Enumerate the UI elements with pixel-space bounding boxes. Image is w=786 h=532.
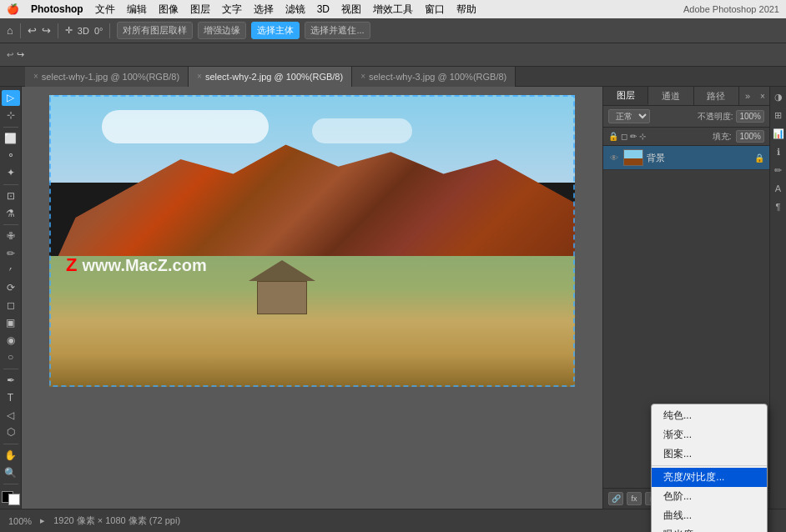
histogram-icon[interactable]: 📊 [772,127,785,140]
tool-sep-1 [3,127,18,128]
tool-stamp[interactable]: ⎖ [2,263,20,279]
paragraph-icon[interactable]: ¶ [772,200,785,213]
tool-options-icon1[interactable]: ↩ [28,24,37,37]
fill-value[interactable]: 100% [736,130,764,143]
brush-preset-icon[interactable]: ✏ [772,163,785,177]
tab-file-3[interactable]: × select-why-3.jpg @ 100%(RGB/8) [352,67,516,87]
sample-all-layers-btn[interactable]: 对所有图层取样 [117,22,193,39]
menu-pattern[interactable]: 图案... [652,444,767,464]
menu-solid-color[interactable]: 纯色... [652,406,767,425]
menu-view[interactable]: 视图 [341,3,361,17]
tool-eraser[interactable]: ◻ [2,298,20,314]
background-color[interactable] [8,494,20,505]
panel-close-btn[interactable]: × [756,87,769,105]
menu-brightness-contrast[interactable]: 亮度/对比度... [652,468,767,487]
menu-3d[interactable]: 3D [317,3,330,15]
menu-help[interactable]: 帮助 [456,3,476,17]
tool-gradient[interactable]: ▣ [2,315,20,331]
tool-eyedrop[interactable]: ⚗ [2,205,20,221]
options-bar: ⌂ ↩ ↪ ✛ 3D 0° 对所有图层取样 增强边缘 选择主体 选择并遮住... [0,18,786,43]
tool-lasso[interactable]: ⚬ [2,148,20,163]
adjustment-icon[interactable]: ⊞ [772,108,785,122]
enhance-edge-btn[interactable]: 增强边缘 [198,22,246,39]
color-panel-icon[interactable]: ◑ [772,90,785,103]
lock-brush-icon[interactable]: ✏ [630,132,637,141]
menu-text[interactable]: 文字 [222,3,242,17]
tool-magic[interactable]: ✦ [2,165,20,181]
menu-plugins[interactable]: 增效工具 [373,3,413,17]
tool-zoom[interactable]: 🔍 [2,464,20,480]
character-icon[interactable]: A [772,182,785,195]
canvas-image: Z www.MacZ.com [49,95,575,387]
lock-icons: 🔒 ◻ ✏ ⊹ [608,132,646,141]
separator-2 [58,23,58,38]
tool-move[interactable]: ⊹ [2,108,20,123]
tool-fg-bg[interactable] [2,491,20,505]
layer-visibility-icon[interactable]: 👁 [608,152,620,163]
tab-close-1[interactable]: × [33,72,38,81]
lock-position-icon[interactable]: ⊹ [639,132,646,141]
tool-pen[interactable]: ✒ [2,373,20,389]
app-name[interactable]: Photoshop [31,3,83,15]
clouds-1 [102,110,269,143]
menu-edit[interactable]: 编辑 [127,3,147,17]
tab-file-1[interactable]: × select-why-1.jpg @ 100%(RGB/8) [25,67,189,87]
layer-fx-btn[interactable]: fx [627,492,642,505]
canvas-scroll[interactable]: Z www.MacZ.com [22,87,602,509]
canvas-document: Z www.MacZ.com [49,95,575,387]
home-icon[interactable]: ⌂ [7,24,13,37]
tab-label-1: select-why-1.jpg @ 100%(RGB/8) [42,72,179,82]
tool-brush[interactable]: ✏ [2,246,20,262]
menu-filter[interactable]: 滤镜 [285,3,305,17]
tool-marquee[interactable]: ⬜ [2,130,20,146]
menu-levels[interactable]: 色阶... [652,487,767,506]
watermark: Z www.MacZ.com [66,254,207,276]
zoom-level[interactable]: 100% [8,516,32,526]
toolbar-hint: ↩ [7,50,13,59]
layer-link-btn[interactable]: 🔗 [608,492,623,505]
tab-paths[interactable]: 路径 [694,87,739,105]
layer-row-background[interactable]: 👁 背景 🔒 [603,146,769,170]
tool-options-icon2[interactable]: ↪ [42,24,51,37]
fill-label: 填充: [713,131,732,143]
apple-menu[interactable]: 🍎 [7,3,19,15]
opacity-value[interactable]: 100% [736,110,764,123]
tool-type[interactable]: T [2,389,20,405]
tool-move-icon[interactable]: ✛ [65,25,73,36]
menu-file[interactable]: 文件 [95,3,115,17]
context-menu: 纯色... 渐变... 图案... 亮度/对比度... 色阶... 曲线... … [651,404,768,532]
menu-layer[interactable]: 图层 [190,3,210,17]
tool-shape[interactable]: ⬡ [2,424,20,440]
info-icon[interactable]: ℹ [772,145,785,158]
tool-heal[interactable]: ✙ [2,228,20,244]
panel-more-btn[interactable]: » [739,87,756,105]
tab-close-2[interactable]: × [197,72,202,81]
tool-blur[interactable]: ◉ [2,332,20,348]
tool-dodge[interactable]: ○ [2,349,20,365]
blend-mode-select[interactable]: 正常 [608,109,650,123]
menu-curves[interactable]: 曲线... [652,506,767,525]
tool-history[interactable]: ⟳ [2,280,20,296]
lock-icon[interactable]: 🔒 [608,132,618,141]
tool-hand[interactable]: ✋ [2,448,20,464]
layer-name[interactable]: 背景 [647,152,751,164]
menu-gradient[interactable]: 渐变... [652,425,767,444]
select-mask-btn[interactable]: 选择并遮住... [305,22,370,39]
menu-select[interactable]: 选择 [254,3,274,17]
tab-layers[interactable]: 图层 [603,87,648,105]
tool-crop[interactable]: ⊡ [2,188,20,203]
menu-exposure[interactable]: 曝光度... [652,525,767,532]
left-toolbar: ▷ ⊹ ⬜ ⚬ ✦ ⊡ ⚗ ✙ ✏ ⎖ ⟳ ◻ ▣ ◉ ○ ✒ T ◁ ⬡ ✋ … [0,87,22,509]
tool-select[interactable]: ▷ [2,90,20,106]
separator-1 [20,23,21,38]
tab-close-3[interactable]: × [360,72,365,81]
menu-bar: 🍎 Photoshop 文件 编辑 图像 图层 文字 选择 滤镜 3D 视图 增… [0,0,786,18]
app-title: Adobe Photoshop 2021 [683,4,779,14]
tab-channels[interactable]: 通道 [648,87,693,105]
select-subject-btn[interactable]: 选择主体 [251,22,300,39]
menu-image[interactable]: 图像 [159,3,179,17]
lock-transparent-icon[interactable]: ◻ [621,132,627,141]
menu-window[interactable]: 窗口 [425,3,445,17]
tab-file-2[interactable]: × select-why-2.jpg @ 100%(RGB/8) [189,67,352,87]
tool-path[interactable]: ◁ [2,407,20,423]
